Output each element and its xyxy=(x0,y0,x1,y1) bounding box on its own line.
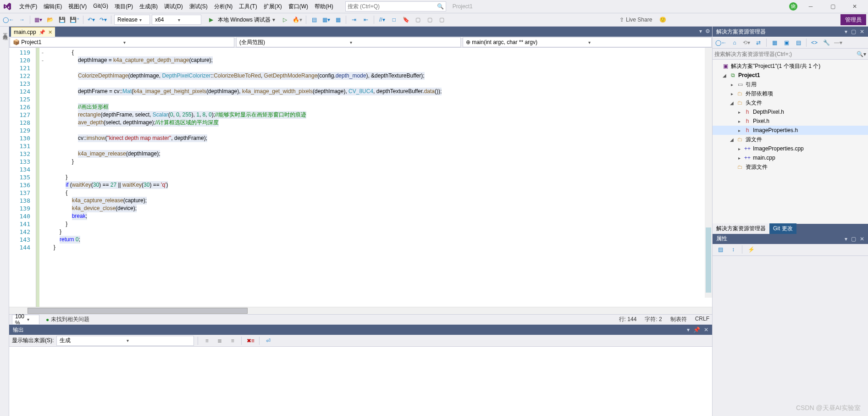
tool-icon-3[interactable]: ▦ xyxy=(333,15,343,25)
save-icon[interactable]: 💾 xyxy=(57,15,67,25)
tree-node[interactable]: ▸++main.cpp xyxy=(713,153,868,162)
tool-icon-1[interactable]: ▤ xyxy=(309,15,319,25)
menu-item[interactable]: Git(G) xyxy=(90,1,111,12)
se-collapse-icon[interactable]: ▣ xyxy=(781,38,791,48)
menu-item[interactable]: 调试(D) xyxy=(161,1,186,12)
props-cat-icon[interactable]: ▤ xyxy=(715,244,725,255)
props-maximize-icon[interactable]: ▢ xyxy=(851,236,856,242)
zoom-combo[interactable]: 100 %▾ xyxy=(12,315,39,325)
menu-item[interactable]: 帮助(H) xyxy=(312,1,336,12)
menu-item[interactable]: 文件(F) xyxy=(17,1,40,12)
uncomment-icon[interactable]: □ xyxy=(389,15,399,25)
indent-icon[interactable]: ⇥ xyxy=(349,15,359,25)
tabs-settings-icon[interactable]: ⚙ xyxy=(705,28,710,34)
menu-item[interactable]: 扩展(X) xyxy=(261,1,285,12)
panel-dropdown-icon[interactable]: ▾ xyxy=(687,327,690,333)
props-dropdown-icon[interactable]: ▾ xyxy=(845,236,847,242)
wrench-icon[interactable]: 🔧 xyxy=(821,38,831,48)
clear-output-icon[interactable]: ✖≡ xyxy=(245,336,255,346)
close-icon[interactable]: ✕ xyxy=(48,29,52,35)
panel-pin-icon[interactable]: 📌 xyxy=(693,327,700,333)
redo-icon[interactable]: ↷▾ xyxy=(98,15,108,25)
se-sync-icon[interactable]: ⟲▾ xyxy=(741,38,752,48)
hot-reload-icon[interactable]: 🔥▾ xyxy=(292,15,303,25)
se-code-icon[interactable]: <> xyxy=(809,38,819,48)
output-tool-1-icon[interactable]: ≡ xyxy=(202,336,212,346)
tabs-dropdown-icon[interactable]: ▾ xyxy=(699,28,702,34)
horizontal-scrollbar[interactable] xyxy=(9,307,712,314)
toolbox-rail[interactable]: 工具箱 xyxy=(0,27,9,416)
se-showall-icon[interactable]: ▦ xyxy=(769,38,780,48)
new-project-icon[interactable]: ▦▾ xyxy=(33,15,43,25)
nav-fwd-icon[interactable]: → xyxy=(17,15,27,25)
se-more-icon[interactable]: —▾ xyxy=(833,38,843,48)
start-without-debug-icon[interactable]: ▷ xyxy=(280,15,290,25)
tree-node[interactable]: 🗀资源文件 xyxy=(713,162,868,172)
tool-icon-4[interactable]: ▢ xyxy=(413,15,423,25)
outdent-icon[interactable]: ⇤ xyxy=(361,15,371,25)
solution-tree[interactable]: ▣解决方案"Project1"(1 个项目/共 1 个)◢⧉Project1▸▭… xyxy=(713,60,868,224)
se-back-icon[interactable]: ◯← xyxy=(714,38,728,48)
solution-explorer-search[interactable]: 🔍▾ xyxy=(713,49,868,60)
code-editor[interactable]: 119 120 121 122 123 124 125 126 127 128 … xyxy=(9,48,712,307)
fold-column[interactable]: - - xyxy=(39,48,46,307)
tree-node[interactable]: ▸▭引用 xyxy=(713,80,868,89)
props-sort-icon[interactable]: ↕ xyxy=(728,244,738,255)
output-tool-3-icon[interactable]: ≡ xyxy=(227,336,238,346)
se-switch-icon[interactable]: ⇄ xyxy=(753,38,763,48)
vertical-scrollbar[interactable] xyxy=(705,48,712,298)
menu-item[interactable]: 工具(T) xyxy=(236,1,260,12)
se-close-icon[interactable]: ✕ xyxy=(860,28,864,35)
tree-node[interactable]: ▸hImageProperties.h xyxy=(713,126,868,135)
menu-item[interactable]: 测试(S) xyxy=(187,1,210,12)
maximize-icon[interactable]: ▢ xyxy=(824,0,841,12)
output-tool-2-icon[interactable]: ≣ xyxy=(215,336,225,346)
menu-item[interactable]: 分析(N) xyxy=(211,1,236,12)
user-avatar[interactable]: 烧 xyxy=(789,2,797,11)
se-dropdown-icon[interactable]: ▾ xyxy=(845,28,847,35)
panel-close-icon[interactable]: ✕ xyxy=(704,327,708,333)
code-area[interactable]: { depthImage = k4a_capture_get_depth_ima… xyxy=(46,48,712,307)
se-refresh-icon[interactable]: ▤ xyxy=(793,38,803,48)
close-icon[interactable]: ✕ xyxy=(846,0,863,12)
global-search-box[interactable]: 🔍 xyxy=(345,1,446,11)
se-search-input[interactable] xyxy=(714,51,857,57)
menu-item[interactable]: 编辑(E) xyxy=(41,1,65,12)
solution-platform-combo[interactable]: x64▾ xyxy=(152,15,201,25)
tree-node[interactable]: ▸hPixel.h xyxy=(713,116,868,126)
global-search-input[interactable] xyxy=(348,3,437,10)
output-source-combo[interactable]: 生成▾ xyxy=(56,336,194,346)
scope-function-combo[interactable]: ⊕ main(int argc, char ** argv)▾ xyxy=(463,37,712,47)
tree-node[interactable]: ◢⧉Project1 xyxy=(713,71,868,80)
tree-node[interactable]: ▣解决方案"Project1"(1 个项目/共 1 个) xyxy=(713,61,868,71)
tree-node[interactable]: ▸hDepthPixel.h xyxy=(713,107,868,116)
nav-back-icon[interactable]: ◯← xyxy=(2,15,15,25)
tree-node[interactable]: ◢🗀源文件 xyxy=(713,135,868,144)
tree-node[interactable]: ▸++ImageProperties.cpp xyxy=(713,144,868,153)
props-events-icon[interactable]: ⚡ xyxy=(746,244,756,255)
tab-main-cpp[interactable]: main.cpp 📌 ✕ xyxy=(11,27,55,37)
menu-item[interactable]: 窗口(W) xyxy=(286,1,311,12)
se-tab-explorer[interactable]: 解决方案资源管理器 xyxy=(713,223,769,234)
scope-global-combo[interactable]: (全局范围)▾ xyxy=(236,37,461,47)
live-share-button[interactable]: ⇪ Live Share xyxy=(619,17,652,23)
se-tab-git[interactable]: Git 更改 xyxy=(769,223,796,234)
wrap-output-icon[interactable]: ⏎ xyxy=(263,336,273,346)
menu-item[interactable]: 生成(B) xyxy=(137,1,160,12)
tree-node[interactable]: ▸🗀外部依赖项 xyxy=(713,89,868,98)
tool-icon-6[interactable]: ▢ xyxy=(437,15,447,25)
scope-project-combo[interactable]: 📦 Project1▾ xyxy=(10,37,234,47)
minimize-icon[interactable]: ─ xyxy=(802,0,819,12)
tree-node[interactable]: ◢🗀头文件 xyxy=(713,98,868,107)
issues-indicator[interactable]: ●未找到相关问题 xyxy=(46,316,89,323)
open-icon[interactable]: 📂 xyxy=(45,15,55,25)
save-all-icon[interactable]: 💾⁺ xyxy=(69,15,80,25)
menu-item[interactable]: 项目(P) xyxy=(112,1,136,12)
undo-icon[interactable]: ↶▾ xyxy=(86,15,96,25)
menu-item[interactable]: 视图(V) xyxy=(66,1,89,12)
se-home-icon[interactable]: ⌂ xyxy=(730,38,740,48)
start-debug-button[interactable]: ▶ 本地 Windows 调试器▾ xyxy=(203,15,278,25)
output-body[interactable] xyxy=(9,347,712,416)
props-close-icon[interactable]: ✕ xyxy=(860,236,864,242)
pin-icon[interactable]: 📌 xyxy=(39,29,45,35)
